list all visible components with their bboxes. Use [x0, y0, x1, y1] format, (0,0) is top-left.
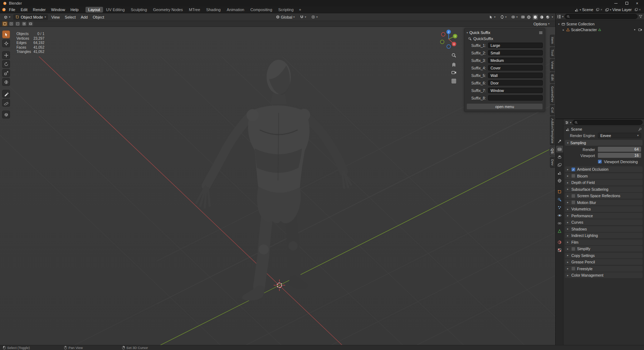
section-checkbox[interactable]	[571, 194, 575, 198]
outliner-search-input[interactable]	[571, 15, 635, 19]
props-section-grease-pencil[interactable]: ▸Grease Pencil	[565, 259, 643, 265]
pan-hand-icon[interactable]	[451, 61, 457, 67]
section-checkbox[interactable]	[571, 167, 575, 171]
workspace-tab-scripting[interactable]: Scripting	[275, 7, 297, 13]
tab-tool-properties[interactable]	[556, 138, 563, 145]
shading-solid-active[interactable]	[533, 15, 538, 20]
shading-rendered-icon[interactable]	[546, 15, 550, 19]
chevron-down-icon[interactable]: ▾	[570, 121, 571, 124]
viewport-denoising-checkbox[interactable]	[598, 160, 602, 164]
open-menu-button[interactable]: open menu	[467, 103, 543, 110]
workspace-tab-compositing[interactable]: Compositing	[248, 7, 275, 13]
collapse-arrow-icon[interactable]: ▾	[467, 31, 468, 34]
section-checkbox[interactable]	[571, 267, 575, 271]
unlink-scene-icon[interactable]: ×	[600, 8, 602, 11]
props-section-indirect-lighting[interactable]: ▸Indirect Lighting	[565, 233, 643, 238]
section-checkbox[interactable]	[571, 247, 575, 251]
tool-select-box[interactable]	[2, 30, 10, 38]
sidebar-tab-qs[interactable]: QS	[550, 146, 555, 156]
tab-modifier-properties[interactable]	[556, 196, 563, 203]
xray-toggle-icon[interactable]	[521, 15, 525, 19]
tool-options-dropdown[interactable]: Options ▾	[533, 22, 553, 26]
tab-render-properties[interactable]	[556, 146, 563, 152]
render-visibility-camera-icon[interactable]	[638, 28, 642, 32]
workspace-tab-sculpting[interactable]: Sculpting	[128, 7, 150, 13]
suffix-7-input[interactable]	[488, 88, 543, 93]
shading-material-icon[interactable]	[540, 15, 544, 19]
hide-eye-icon[interactable]	[633, 28, 637, 32]
workspace-tab-shading[interactable]: Shading	[203, 7, 223, 13]
props-section-copy-settings[interactable]: ▸Copy Settings	[565, 253, 643, 258]
viewport-menu-select[interactable]: Select	[63, 14, 78, 20]
shading-wireframe-icon[interactable]	[527, 15, 531, 19]
view-layer-selector[interactable]: ▾ View Layer	[604, 7, 633, 12]
filter-funnel-icon[interactable]	[639, 15, 643, 19]
suffix-5-input[interactable]	[488, 73, 543, 78]
outliner-search[interactable]	[565, 14, 638, 19]
navigation-gizmo[interactable]: Z Y X	[438, 28, 459, 50]
overlays-dropdown[interactable]: ▾	[510, 15, 519, 19]
tab-physics-properties[interactable]	[556, 212, 563, 219]
tab-object-properties[interactable]	[556, 188, 563, 195]
sampling-panel-header[interactable]: ▾ Sampling	[565, 140, 643, 146]
tool-annotate[interactable]	[2, 90, 10, 98]
workspace-tab-uv-editing[interactable]: UV Editing	[103, 7, 128, 13]
props-section-simplify[interactable]: ▸Simplify	[565, 246, 643, 252]
maximize-button[interactable]	[625, 2, 628, 5]
close-button[interactable]: ×	[636, 2, 638, 5]
suffix-3-input[interactable]	[488, 58, 543, 63]
props-section-motion-blur[interactable]: ▸Motion Blur	[565, 200, 643, 205]
new-view-layer-icon[interactable]	[634, 8, 638, 11]
props-section-subsurface-scattering[interactable]: ▸Subsurface Scattering	[565, 186, 643, 192]
proportional-edit-toggle[interactable]: ▾	[310, 15, 319, 19]
workspace-tab-animation[interactable]: Animation	[224, 7, 247, 13]
sidebar-tab-addontemplate[interactable]: AddonTemplate	[550, 116, 555, 146]
menu-window[interactable]: Window	[49, 7, 68, 13]
suffix-8-input[interactable]	[488, 95, 543, 101]
props-section-bloom[interactable]: ▸Bloom	[565, 173, 643, 179]
tab-constraint-properties[interactable]	[556, 220, 563, 227]
panel-menu-icon[interactable]	[539, 31, 543, 34]
minimize-button[interactable]	[614, 3, 618, 4]
props-section-curves[interactable]: ▸Curves	[565, 219, 643, 225]
tool-transform[interactable]	[2, 78, 10, 86]
props-section-shadows[interactable]: ▸Shadows	[565, 226, 643, 232]
workspace-tab-geometry-nodes[interactable]: Geometry Nodes	[150, 7, 186, 13]
expand-arrow-icon[interactable]: ▸	[562, 28, 565, 31]
tool-cursor[interactable]	[2, 39, 10, 47]
sampling-render-field[interactable]: 64	[598, 147, 641, 152]
mode-dropdown[interactable]: Object Mode ▾	[13, 14, 48, 20]
props-section-screen-space-reflections[interactable]: ▸Screen Space Reflections	[565, 193, 643, 199]
expand-arrow-icon[interactable]: ▾	[557, 23, 560, 26]
menu-render[interactable]: Render	[30, 7, 48, 13]
tab-texture-properties[interactable]	[556, 247, 563, 253]
props-section-freestyle[interactable]: ▸Freestyle	[565, 266, 643, 272]
menu-file[interactable]: File	[6, 7, 18, 13]
scene-selector[interactable]: ▾ Scene	[573, 7, 595, 12]
select-mode-invert[interactable]	[21, 21, 27, 26]
tool-measure[interactable]	[2, 99, 10, 107]
properties-search[interactable]	[572, 120, 643, 125]
sidebar-tab-item[interactable]: Item	[550, 35, 555, 46]
menu-help[interactable]: Help	[68, 7, 81, 13]
new-scene-icon[interactable]	[596, 8, 599, 11]
select-mode-subtract[interactable]	[15, 21, 20, 26]
workspace-tab-mtree[interactable]: MTree	[186, 7, 203, 13]
viewport-menu-object[interactable]: Object	[91, 14, 106, 20]
add-workspace-button[interactable]: +	[297, 7, 303, 13]
tab-particle-properties[interactable]	[556, 204, 563, 211]
sidebar-tab-col[interactable]: Col	[550, 105, 555, 115]
viewport-canvas[interactable]: Objects0 / 1 Vertices23,297 Edges64,192 …	[0, 27, 555, 345]
outliner-editor-icon[interactable]	[557, 15, 561, 19]
properties-search-input[interactable]	[579, 121, 640, 125]
remove-view-layer-icon[interactable]: ×	[639, 8, 641, 11]
props-section-film[interactable]: ▸Film	[565, 239, 643, 245]
breadcrumb-label[interactable]: Scene	[571, 127, 582, 131]
suffix-2-input[interactable]	[488, 50, 543, 55]
sidebar-tab-dev[interactable]: Dev	[550, 157, 555, 168]
transform-orientation-dropdown[interactable]: Global ▾	[274, 15, 296, 20]
tool-rotate[interactable]	[2, 60, 10, 68]
props-section-volumetrics[interactable]: ▸Volumetrics	[565, 206, 643, 212]
select-mode-new[interactable]	[2, 21, 8, 26]
snap-toggle[interactable]: ▾	[298, 15, 308, 19]
